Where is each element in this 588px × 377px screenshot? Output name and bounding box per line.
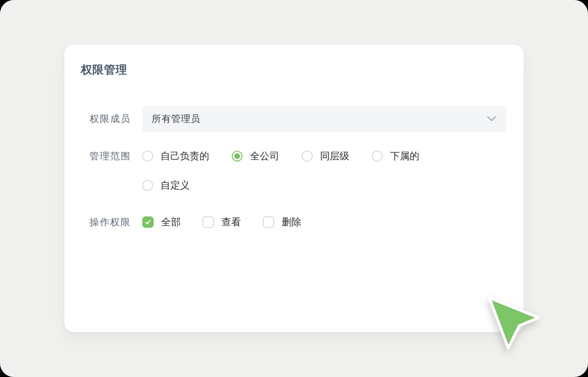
- member-label: 权限成员: [90, 112, 132, 125]
- checkbox-icon[interactable]: [263, 216, 274, 228]
- member-select-value: 所有管理员: [152, 112, 200, 125]
- actions-row: 操作权限 全部 查看: [90, 216, 301, 228]
- checkbox-option-view[interactable]: 查看: [203, 216, 241, 229]
- member-row: 权限成员 所有管理员: [90, 106, 506, 132]
- chevron-down-icon: [487, 116, 496, 121]
- checkbox-option-delete[interactable]: 删除: [263, 216, 301, 229]
- checkbox-option-label: 删除: [282, 216, 301, 229]
- radio-icon[interactable]: [232, 151, 242, 161]
- radio-option-whole-company[interactable]: 全公司: [232, 150, 279, 163]
- scope-row: 管理范围 自己负责的 全公司 同层级 下属的: [90, 151, 419, 161]
- radio-option-label: 自定义: [161, 179, 190, 192]
- radio-option-label: 同层级: [320, 150, 349, 163]
- checkbox-icon[interactable]: [203, 216, 214, 228]
- member-select[interactable]: 所有管理员: [142, 106, 506, 132]
- radio-option-custom[interactable]: 自定义: [142, 179, 190, 192]
- radio-option-label: 下属的: [390, 150, 419, 163]
- scope-options-line2: 自定义: [142, 179, 190, 192]
- checkbox-option-all[interactable]: 全部: [142, 216, 181, 229]
- checkbox-option-label: 查看: [221, 216, 241, 229]
- page-title: 权限管理: [81, 63, 127, 77]
- checkbox-icon[interactable]: [142, 216, 154, 228]
- radio-icon[interactable]: [372, 151, 383, 161]
- radio-option-own[interactable]: 自己负责的: [142, 150, 209, 163]
- checkbox-option-label: 全部: [161, 216, 181, 229]
- scope-row-line2: 自定义: [142, 180, 190, 191]
- radio-option-label: 自己负责的: [161, 150, 209, 163]
- screen-background: 权限管理 权限成员 所有管理员 管理范围 自己负责的 全公司: [0, 0, 588, 377]
- actions-options: 全部 查看 删除: [142, 216, 301, 229]
- scope-label: 管理范围: [90, 150, 132, 163]
- radio-option-same-level[interactable]: 同层级: [302, 150, 349, 163]
- scope-options: 自己负责的 全公司 同层级 下属的: [142, 150, 419, 163]
- check-icon: [144, 219, 151, 226]
- radio-icon[interactable]: [302, 151, 313, 161]
- permission-management-card: 权限管理 权限成员 所有管理员 管理范围 自己负责的 全公司: [64, 45, 524, 332]
- radio-option-label: 全公司: [250, 150, 279, 163]
- actions-label: 操作权限: [90, 216, 132, 229]
- radio-option-subordinates[interactable]: 下属的: [372, 150, 419, 163]
- radio-icon[interactable]: [142, 180, 153, 191]
- radio-icon[interactable]: [142, 151, 153, 161]
